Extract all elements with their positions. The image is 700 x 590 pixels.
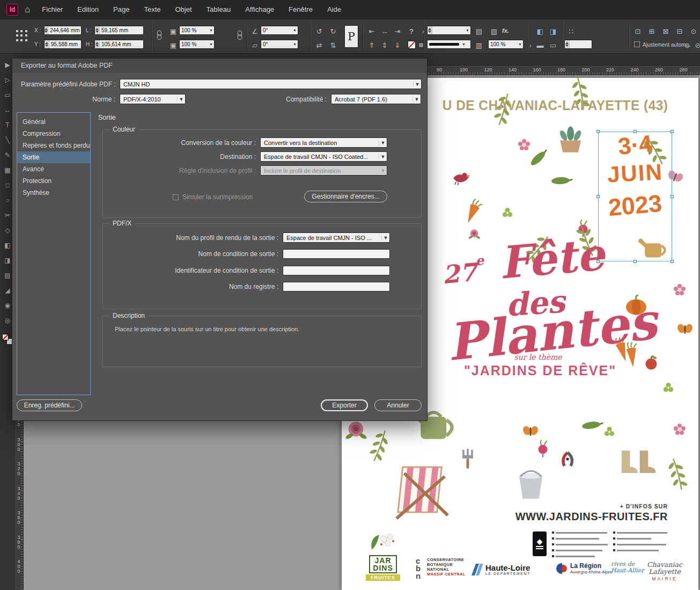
- norme-dropdown[interactable]: PDF/X-4:2010▼: [120, 94, 186, 104]
- region-line2: Auvergne-Rhône-Alpes: [570, 570, 612, 574]
- flip-horizontal-icon[interactable]: ⇄: [314, 40, 324, 50]
- distribute-top-icon[interactable]: ⇑: [367, 40, 377, 50]
- dialog-section-compression[interactable]: Compression: [17, 128, 90, 140]
- dialog-section-synthese[interactable]: Synthèse: [17, 187, 90, 199]
- compat-dropdown[interactable]: Acrobat 7 (PDF 1.6)▼: [331, 94, 421, 104]
- save-preset-button[interactable]: Enreg. prédéfini...: [17, 399, 82, 411]
- reference-point-grid[interactable]: [15, 29, 29, 43]
- registre-input[interactable]: [283, 282, 390, 292]
- chevron-down-icon[interactable]: ▾: [208, 28, 214, 33]
- scale-y-field[interactable]: 100 %▾: [179, 40, 215, 49]
- gestionnaire-encres-button[interactable]: Gestionnaire d'encres...: [304, 191, 387, 202]
- fit-frame-icon[interactable]: ⊞: [647, 26, 657, 36]
- menu-texte[interactable]: Texte: [144, 5, 160, 13]
- dialog-section-avance[interactable]: Avancé: [17, 163, 90, 175]
- help-icon[interactable]: ?: [407, 26, 416, 36]
- columns-field[interactable]: [564, 40, 592, 49]
- rotate-cw-icon[interactable]: ↻: [328, 26, 338, 36]
- chevron-down-icon[interactable]: ▾: [292, 28, 298, 33]
- menu-fenetre[interactable]: Fenêtre: [289, 5, 313, 13]
- condition-input[interactable]: [283, 249, 390, 259]
- text-wrap-icon[interactable]: ▭: [548, 40, 558, 50]
- opacity-more-chevron-icon[interactable]: ›: [526, 40, 535, 50]
- illustration-zucchini: [580, 418, 603, 433]
- align-center-icon[interactable]: ↔: [380, 26, 389, 36]
- constrain-dimensions-icon[interactable]: [157, 31, 162, 40]
- rotate-ccw-icon[interactable]: ↺: [314, 26, 324, 36]
- menu-aide[interactable]: Aide: [327, 5, 341, 13]
- text-wrap-none-icon[interactable]: ▬: [535, 40, 545, 50]
- regle-value: Inclure le profil de destination: [261, 167, 379, 174]
- selection-proxy: P: [344, 25, 358, 48]
- fit-content-icon[interactable]: ⊡: [633, 26, 643, 36]
- chevron-down-icon: ▼: [381, 235, 389, 241]
- stroke-align-icon[interactable]: ▥: [474, 40, 484, 50]
- chevron-down-icon[interactable]: ▾: [208, 42, 214, 47]
- stroke-weight-field[interactable]: ▾: [427, 26, 471, 35]
- center-content-icon[interactable]: ⊟: [675, 26, 684, 36]
- fill-swatch[interactable]: [418, 42, 424, 48]
- menu-fichier[interactable]: Fichier: [42, 5, 63, 13]
- transparency-icon[interactable]: ▨: [489, 26, 499, 36]
- chevron-down-icon[interactable]: ▾: [292, 42, 298, 47]
- scale-x-field[interactable]: 100 %▾: [179, 26, 215, 35]
- menu-page[interactable]: Page: [113, 5, 129, 13]
- preset-dropdown[interactable]: CMJN HD▼: [120, 79, 422, 89]
- stroke-options-icon[interactable]: ▤: [474, 26, 484, 36]
- baseline-options-icon[interactable]: ◨: [548, 26, 558, 36]
- cancel-button[interactable]: Annuler: [374, 399, 422, 411]
- rotation-field[interactable]: 0°▾: [261, 26, 298, 35]
- text-frame-options-icon[interactable]: ◧: [535, 26, 545, 36]
- fill-swatch-icon[interactable]: [2, 334, 9, 340]
- y-field[interactable]: 95,588 mm: [44, 40, 82, 49]
- dialog-section-sortie[interactable]: Sortie: [17, 151, 90, 163]
- chevron-down-icon[interactable]: ▾: [461, 42, 467, 47]
- distribute-bottom-icon[interactable]: ⇓: [393, 40, 402, 50]
- fill-frame-icon[interactable]: ⊠: [661, 26, 670, 36]
- opacity-field[interactable]: 100 %▾: [488, 40, 524, 49]
- identificateur-input[interactable]: [283, 266, 390, 275]
- stroke-none-swatch[interactable]: [408, 41, 416, 49]
- home-icon[interactable]: ⌂: [25, 4, 30, 15]
- x-field[interactable]: 244,646 mm: [44, 26, 82, 35]
- profil-dropdown[interactable]: Espace de travail CMJN - ISO ...▼: [283, 232, 390, 243]
- illustration-deck-chair: [396, 467, 448, 519]
- distribute-center-icon[interactable]: ⇕: [380, 40, 389, 50]
- dialog-sections-list: Général Compression Repères et fonds per…: [17, 112, 91, 395]
- destination-dropdown[interactable]: Espace de travail CMJN - ISO Coated...▼: [260, 151, 387, 162]
- columns-grid-icon[interactable]: ∷: [566, 26, 576, 36]
- selection-frame[interactable]: [598, 132, 672, 261]
- align-right-icon[interactable]: ⇥: [393, 26, 402, 36]
- export-button[interactable]: Exporter: [321, 399, 368, 411]
- norme-value: PDF/X-4:2010: [120, 96, 177, 103]
- height-field[interactable]: 105,614 mm: [94, 40, 144, 49]
- effects-fx-icon[interactable]: fx.: [502, 27, 509, 34]
- frame-options-icon[interactable]: ⊘: [693, 40, 700, 50]
- chevron-down-icon[interactable]: ▾: [517, 42, 523, 47]
- region-logo: La Région Auvergne-Rhône-Alpes: [556, 563, 612, 574]
- menu-tableau[interactable]: Tableau: [207, 5, 231, 13]
- cbn-logo: cbn CONSERVATOIRE BOTANIQUE NATIONAL MAS…: [416, 557, 466, 580]
- constrain-scale-icon[interactable]: [237, 31, 242, 40]
- menu-affichage[interactable]: Affichage: [245, 5, 274, 13]
- menu-objet[interactable]: Objet: [175, 5, 192, 13]
- flip-vertical-icon[interactable]: ⇅: [328, 40, 338, 50]
- frame-fitting-icon[interactable]: ⊚: [682, 40, 692, 50]
- align-left-icon[interactable]: ⇤: [367, 26, 377, 36]
- dialog-title[interactable]: Exporter au format Adobe PDF: [12, 59, 427, 72]
- menu-edition[interactable]: Edition: [77, 5, 99, 13]
- autofit-checkbox[interactable]: [634, 41, 640, 47]
- scale-y-value: 100 %: [180, 41, 208, 47]
- illustration-bird: [453, 173, 470, 185]
- chevron-down-icon[interactable]: ▾: [465, 28, 470, 33]
- fill-stroke-swatches[interactable]: [2, 334, 13, 345]
- dialog-section-general[interactable]: Général: [17, 116, 90, 128]
- fitting-options-icon[interactable]: ⊙: [689, 26, 698, 36]
- width-field[interactable]: 59,165 mm: [94, 26, 144, 35]
- poster-title-line1: 27e Fête: [439, 228, 606, 294]
- dialog-section-reperes[interactable]: Repères et fonds perdus: [17, 140, 90, 151]
- conversion-dropdown[interactable]: Convertir vers la destination▼: [260, 137, 387, 148]
- dialog-section-protection[interactable]: Protection: [17, 175, 90, 187]
- shear-field[interactable]: 0°▾: [261, 40, 298, 49]
- stroke-style-field[interactable]: ▾: [427, 40, 471, 49]
